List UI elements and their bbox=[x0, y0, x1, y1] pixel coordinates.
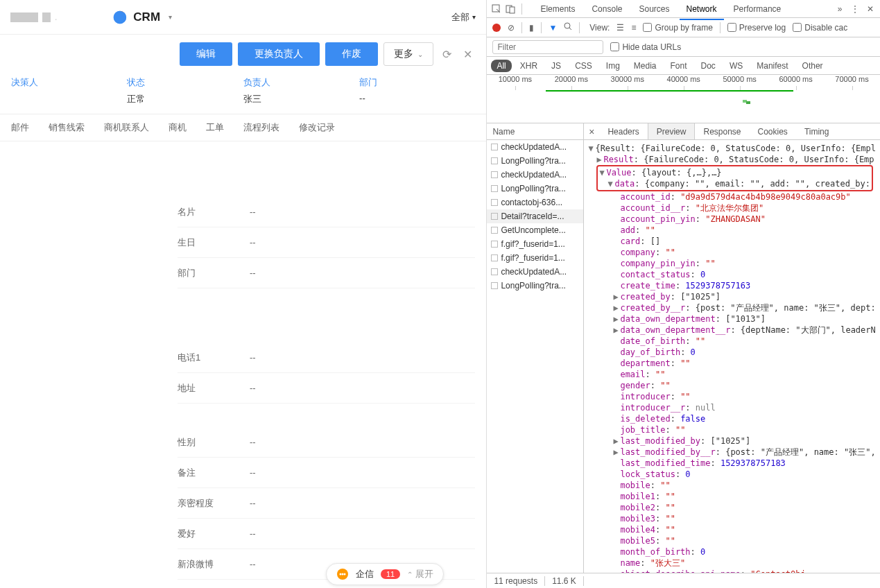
type-chip[interactable]: WS bbox=[724, 60, 748, 72]
request-item[interactable]: Detail?traceId=... bbox=[487, 209, 583, 223]
timeline[interactable]: 10000 ms20000 ms30000 ms40000 ms50000 ms… bbox=[487, 75, 880, 123]
summary-label: 部门 bbox=[359, 76, 475, 89]
kebab-icon[interactable]: ⋮ bbox=[849, 3, 861, 15]
close-preview-icon[interactable]: × bbox=[584, 126, 599, 137]
preview-tab[interactable]: Timing bbox=[796, 123, 838, 139]
camera-icon[interactable]: ▮ bbox=[529, 23, 534, 33]
file-icon bbox=[491, 171, 498, 178]
request-item[interactable]: f.gif?_fuserid=1... bbox=[487, 251, 583, 265]
preview-tab[interactable]: Response bbox=[695, 123, 749, 139]
type-chip[interactable]: CSS bbox=[569, 60, 598, 72]
clear-icon[interactable]: ⊘ bbox=[508, 23, 515, 33]
devtools-tab[interactable]: Elements bbox=[533, 1, 582, 17]
devtools-tab[interactable]: Performance bbox=[727, 1, 788, 17]
summary-value: 张三 bbox=[243, 93, 359, 105]
request-item[interactable]: f.gif?_fuserid=1... bbox=[487, 237, 583, 251]
type-chip[interactable]: Manifest bbox=[751, 60, 793, 72]
type-chip[interactable]: Doc bbox=[696, 60, 721, 72]
detail-label: 爱好 bbox=[178, 528, 250, 540]
detail-value: -- bbox=[250, 268, 256, 278]
preserve-log-checkbox[interactable]: Preserve log bbox=[727, 23, 786, 33]
type-chip[interactable]: JS bbox=[546, 60, 567, 72]
type-chip[interactable]: XHR bbox=[515, 60, 543, 72]
filter-input[interactable] bbox=[492, 40, 603, 54]
detail-label: 新浪微博 bbox=[178, 558, 250, 571]
device-icon[interactable] bbox=[505, 3, 516, 15]
detail-row: 备注-- bbox=[178, 458, 475, 488]
filter-row: Hide data URLs bbox=[487, 37, 880, 57]
close-icon[interactable]: ✕ bbox=[460, 46, 475, 62]
request-list: Name checkUpdatedA...LongPolling?tra...c… bbox=[487, 123, 584, 573]
request-item[interactable]: LongPolling?tra... bbox=[487, 279, 583, 293]
summary-label: 负责人 bbox=[243, 76, 359, 89]
waterfall-icon[interactable]: ≡ bbox=[631, 23, 636, 33]
more-button[interactable]: 更多⌄ bbox=[383, 42, 433, 66]
crm-tab[interactable]: 商机 bbox=[169, 121, 187, 134]
devtools-tab[interactable]: Sources bbox=[632, 1, 676, 17]
chat-bar[interactable]: 企信 11 ⌃展开 bbox=[326, 563, 444, 585]
chevron-down-icon: ▾ bbox=[169, 13, 172, 21]
summary-label: 决策人 bbox=[11, 76, 127, 89]
change-owner-button[interactable]: 更换负责人 bbox=[238, 42, 320, 66]
hide-data-urls-checkbox[interactable]: Hide data URLs bbox=[610, 42, 681, 52]
preview-tab[interactable]: Cookies bbox=[750, 123, 796, 139]
detail-label: 生日 bbox=[178, 236, 250, 249]
more-tabs-icon[interactable]: » bbox=[834, 3, 845, 15]
detail-row: 性别-- bbox=[178, 427, 475, 458]
file-icon bbox=[491, 241, 498, 248]
preview-tab[interactable]: Headers bbox=[599, 123, 647, 139]
type-chip[interactable]: All bbox=[491, 60, 511, 72]
detail-value: -- bbox=[250, 559, 256, 569]
crm-tab[interactable]: 商机联系人 bbox=[104, 121, 149, 134]
inspect-icon[interactable] bbox=[491, 3, 502, 15]
crm-tab[interactable]: 邮件 bbox=[11, 121, 29, 134]
type-chip[interactable]: Media bbox=[628, 60, 662, 72]
request-item[interactable]: checkUpdatedA... bbox=[487, 168, 583, 182]
name-column-header[interactable]: Name bbox=[487, 123, 583, 140]
crm-logo[interactable]: CRM ▾ bbox=[112, 10, 172, 25]
large-rows-icon[interactable]: ☰ bbox=[616, 23, 624, 33]
crm-tab[interactable]: 销售线索 bbox=[49, 121, 85, 134]
devtools-tab[interactable]: Network bbox=[680, 1, 724, 17]
type-chip[interactable]: Font bbox=[665, 60, 693, 72]
response-tree[interactable]: ▼{Result: {FailureCode: 0, StatusCode: 0… bbox=[584, 140, 880, 573]
devtools-top-bar: ElementsConsoleSourcesNetworkPerformance… bbox=[487, 0, 880, 18]
request-item[interactable]: GetUncomplete... bbox=[487, 223, 583, 237]
record-icon[interactable] bbox=[492, 24, 501, 32]
svg-point-1 bbox=[340, 573, 342, 576]
refresh-icon[interactable]: ⟳ bbox=[439, 46, 454, 62]
search-icon[interactable] bbox=[564, 22, 572, 33]
chat-name: 企信 bbox=[356, 568, 374, 580]
crm-tab[interactable]: 工单 bbox=[206, 121, 224, 134]
file-icon bbox=[491, 213, 498, 220]
detail-value: -- bbox=[250, 528, 256, 539]
request-item[interactable]: checkUpdatedA... bbox=[487, 265, 583, 279]
request-item[interactable]: contactobj-636... bbox=[487, 196, 583, 209]
devtools-tab[interactable]: Console bbox=[585, 1, 629, 17]
chat-expand[interactable]: ⌃展开 bbox=[407, 568, 433, 580]
group-by-frame-checkbox[interactable]: Group by frame bbox=[643, 23, 712, 33]
detail-value: -- bbox=[250, 467, 256, 478]
crm-tab[interactable]: 流程列表 bbox=[243, 121, 279, 134]
type-chip[interactable]: Img bbox=[601, 60, 626, 72]
chat-badge: 11 bbox=[381, 569, 400, 579]
void-button[interactable]: 作废 bbox=[325, 42, 378, 66]
request-item[interactable]: LongPolling?tra... bbox=[487, 182, 583, 196]
request-item[interactable]: checkUpdatedA... bbox=[487, 140, 583, 154]
crm-tab[interactable]: 修改记录 bbox=[299, 121, 335, 134]
detail-label: 亲密程度 bbox=[178, 497, 250, 510]
detail-body: 名片--生日--部门-- 电话1--地址-- 性别--备注--亲密程度--爱好-… bbox=[0, 141, 486, 588]
close-icon[interactable]: ✕ bbox=[865, 3, 876, 15]
preview-tab[interactable]: Preview bbox=[648, 123, 696, 139]
file-icon bbox=[491, 254, 498, 261]
request-item[interactable]: LongPolling?tra... bbox=[487, 154, 583, 168]
detail-row: 亲密程度-- bbox=[178, 488, 475, 519]
view-selector[interactable]: 全部 ▾ bbox=[451, 11, 476, 24]
disable-cache-checkbox[interactable]: Disable cac bbox=[793, 23, 847, 33]
filter-icon[interactable]: ▼ bbox=[549, 23, 557, 33]
type-chip[interactable]: Other bbox=[797, 60, 829, 72]
placeholder-block bbox=[42, 12, 51, 22]
crm-tabs: 邮件销售线索商机联系人商机工单流程列表修改记录 bbox=[0, 114, 486, 141]
edit-button[interactable]: 编辑 bbox=[180, 42, 232, 66]
detail-row: 地址-- bbox=[178, 373, 475, 404]
